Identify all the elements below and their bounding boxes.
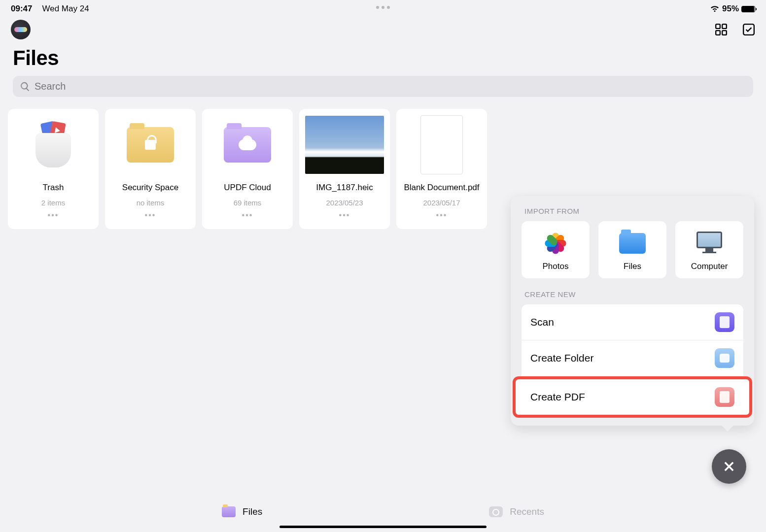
list-label: Create PDF xyxy=(530,391,585,403)
import-computer[interactable]: Computer xyxy=(675,221,743,278)
import-photos[interactable]: Photos xyxy=(522,221,590,278)
import-label: Photos xyxy=(543,262,569,271)
svg-rect-1 xyxy=(722,24,727,29)
card-sub: 2023/05/23 xyxy=(326,199,363,207)
import-label: Files xyxy=(624,262,641,271)
search-icon xyxy=(20,81,31,92)
card-sub: 69 items xyxy=(234,199,262,207)
card-sub: 2 items xyxy=(41,199,65,207)
computer-icon xyxy=(696,232,723,255)
pdf-add-icon xyxy=(715,387,734,407)
multitask-dots-icon[interactable] xyxy=(376,6,390,9)
card-trash[interactable]: Trash 2 items ••• xyxy=(8,109,99,229)
create-folder[interactable]: Create Folder xyxy=(522,340,743,376)
import-files[interactable]: Files xyxy=(598,221,666,278)
card-updf-cloud[interactable]: UPDF Cloud 69 items ••• xyxy=(202,109,293,229)
page-title: Files xyxy=(0,42,766,76)
battery-percent: 95% xyxy=(722,4,739,14)
nav-label: Recents xyxy=(510,506,544,517)
search-input[interactable] xyxy=(35,81,746,92)
status-time: 09:47 xyxy=(11,4,32,14)
folder-icon xyxy=(619,233,646,254)
highlight-create-pdf: Create PDF xyxy=(513,376,752,418)
document-icon xyxy=(420,115,463,174)
card-security-space[interactable]: Security Space no items ••• xyxy=(105,109,196,229)
more-icon[interactable]: ••• xyxy=(436,211,448,220)
svg-rect-2 xyxy=(716,31,720,35)
card-blank-document[interactable]: Blank Document.pdf 2023/05/17 ••• xyxy=(396,109,487,229)
nav-label: Files xyxy=(243,506,262,517)
cloud-folder-icon xyxy=(224,127,271,163)
more-icon[interactable]: ••• xyxy=(48,211,59,220)
trash-icon xyxy=(33,122,73,167)
card-name: UPDF Cloud xyxy=(224,183,271,193)
card-name: Trash xyxy=(43,183,64,193)
home-indicator[interactable] xyxy=(279,526,487,528)
create-scan[interactable]: Scan xyxy=(522,304,743,340)
svg-rect-0 xyxy=(716,24,720,29)
more-icon[interactable]: ••• xyxy=(145,211,156,220)
nav-recents[interactable]: Recents xyxy=(489,506,544,517)
grid-view-icon[interactable] xyxy=(715,23,728,36)
card-image[interactable]: IMG_1187.heic 2023/05/23 ••• xyxy=(299,109,390,229)
nav-files[interactable]: Files xyxy=(222,506,262,517)
popup-tail xyxy=(721,425,734,432)
scan-icon xyxy=(715,312,734,332)
status-date: Wed May 24 xyxy=(42,4,89,14)
search-bar[interactable] xyxy=(13,76,753,97)
create-new-label: CREATE NEW xyxy=(522,290,743,304)
import-label: Computer xyxy=(691,262,728,271)
card-name: Blank Document.pdf xyxy=(404,183,479,193)
files-tab-icon xyxy=(222,506,236,517)
folder-add-icon xyxy=(715,348,734,368)
status-bar: 09:47 Wed May 24 95% xyxy=(0,0,766,17)
photos-icon xyxy=(542,230,569,257)
locked-folder-icon xyxy=(127,127,174,163)
svg-rect-3 xyxy=(722,31,727,35)
create-pdf[interactable]: Create PDF xyxy=(516,379,749,415)
battery-icon xyxy=(741,6,755,12)
close-icon xyxy=(722,460,736,473)
close-button[interactable] xyxy=(712,449,746,484)
photo-thumbnail xyxy=(305,116,384,174)
list-label: Create Folder xyxy=(530,352,593,364)
more-icon[interactable]: ••• xyxy=(242,211,253,220)
card-sub: no items xyxy=(137,199,165,207)
select-icon[interactable] xyxy=(742,23,755,36)
avatar[interactable] xyxy=(11,20,31,39)
card-name: IMG_1187.heic xyxy=(316,183,373,193)
card-sub: 2023/05/17 xyxy=(423,199,460,207)
more-icon[interactable]: ••• xyxy=(339,211,350,220)
card-name: Security Space xyxy=(122,183,178,193)
add-popup: IMPORT FROM Photos Files Computer CREATE… xyxy=(511,196,754,426)
bottom-nav: Files Recents xyxy=(0,506,766,517)
recents-tab-icon xyxy=(489,506,503,517)
import-from-label: IMPORT FROM xyxy=(522,207,743,221)
list-label: Scan xyxy=(530,316,554,328)
wifi-icon xyxy=(710,5,720,13)
